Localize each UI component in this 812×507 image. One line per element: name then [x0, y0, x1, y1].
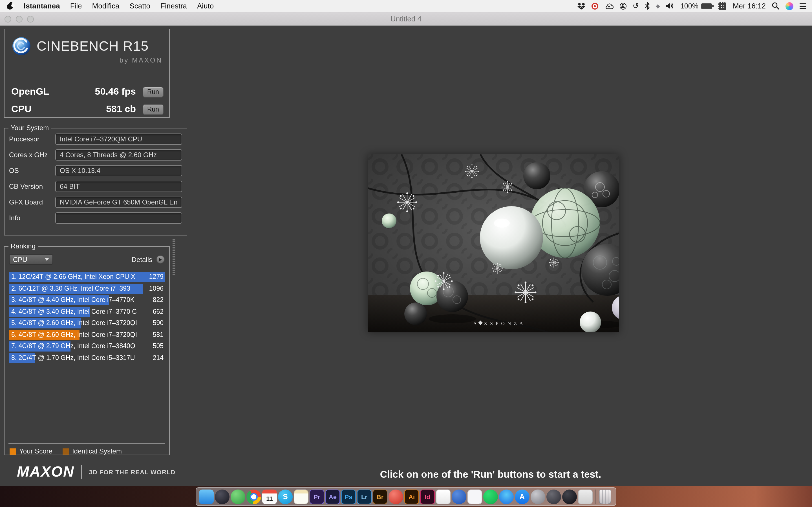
- ranking-row[interactable]: 1. 12C/24T @ 2.66 GHz, Intel Xeon CPU X …: [9, 272, 165, 282]
- pane-splitter-handle[interactable]: [172, 239, 175, 275]
- dock-calendar-icon[interactable]: 11: [262, 489, 277, 504]
- system-field-value[interactable]: Intel Core i7–3720QM CPU: [55, 133, 182, 145]
- battery-percent: 100%: [680, 2, 698, 10]
- dock-after-effects-icon[interactable]: Ae: [325, 489, 340, 504]
- diamond-icon[interactable]: ◆: [656, 1, 660, 10]
- ranking-score: 505: [153, 342, 163, 349]
- bench-opengl: OpenGL 50.46 fps Run: [11, 86, 163, 98]
- cinebench-logo: CINEBENCH R15: [11, 36, 149, 56]
- dock-app-gray-icon[interactable]: [578, 489, 593, 504]
- menu-modifica[interactable]: Modifica: [92, 2, 119, 10]
- dropbox-icon[interactable]: [577, 1, 585, 10]
- battery-icon: [701, 3, 712, 9]
- dock-chrome-icon[interactable]: [246, 489, 261, 504]
- dock-illustrator-icon[interactable]: Ai: [404, 489, 419, 504]
- user-icon[interactable]: [620, 3, 626, 9]
- ranking-label: 6. 4C/8T @ 2.60 GHz, Intel Core i7–3720Q…: [11, 331, 137, 338]
- volume-icon[interactable]: [666, 1, 674, 10]
- cloud-upload-icon[interactable]: [605, 1, 613, 10]
- ranking-label: 3. 4C/8T @ 4.40 GHz, Intel Core i7–4770K: [11, 296, 135, 303]
- footer-divider: [81, 465, 82, 478]
- dock-app-dark-icon[interactable]: [215, 489, 230, 504]
- system-field-row: Processor Intel Core i7–3720QM CPU: [9, 133, 182, 145]
- ranking-label: 8. 2C/4T @ 1.70 GHz, Intel Core i5–3317U: [11, 354, 135, 361]
- ranking-row[interactable]: 8. 2C/4T @ 1.70 GHz, Intel Core i5–3317U…: [9, 353, 165, 363]
- system-field-value[interactable]: NVIDIA GeForce GT 650M OpenGL En: [55, 196, 182, 208]
- details-button[interactable]: [156, 255, 165, 264]
- battery-indicator[interactable]: 100%: [680, 2, 712, 10]
- dock-app-black-icon[interactable]: [562, 489, 577, 504]
- app-title: CINEBENCH R15: [37, 38, 149, 54]
- ranking-label: 2. 6C/12T @ 3.30 GHz, Intel Core i7–393: [11, 285, 130, 291]
- system-field-label: OS: [9, 167, 55, 175]
- dock-trash-icon[interactable]: [599, 489, 611, 504]
- ranking-row[interactable]: 5. 4C/8T @ 2.60 GHz, Intel Core i7–3720Q…: [9, 318, 165, 328]
- dock-safari-icon[interactable]: [499, 489, 514, 504]
- ranking-row[interactable]: 4. 4C/8T @ 3.40 GHz, Intel Core i7–3770 …: [9, 307, 165, 317]
- apple-menu-icon[interactable]: [7, 2, 13, 10]
- notification-center-icon[interactable]: [800, 3, 806, 9]
- system-field-row: GFX Board NVIDIA GeForce GT 650M OpenGL …: [9, 196, 182, 208]
- bench-cpu: CPU 581 cb Run: [11, 103, 163, 115]
- ranking-row[interactable]: 3. 4C/8T @ 4.40 GHz, Intel Core i7–4770K…: [9, 295, 165, 305]
- menu-file[interactable]: File: [70, 2, 82, 10]
- record-icon[interactable]: [592, 3, 598, 9]
- menu-clock[interactable]: Mer 16:12: [733, 2, 766, 10]
- maxon-tagline: 3D FOR THE REAL WORLD: [89, 468, 175, 475]
- menu-finestra[interactable]: Finestra: [160, 2, 187, 10]
- input-source-icon[interactable]: [719, 2, 726, 10]
- search-icon[interactable]: [772, 1, 779, 10]
- dock-app-dark-2-icon[interactable]: [546, 489, 561, 504]
- dock-textedit-icon[interactable]: [436, 489, 451, 504]
- dock-app-blue-icon[interactable]: [452, 489, 466, 504]
- ranking-score: 1096: [149, 285, 163, 291]
- siri-icon[interactable]: [785, 2, 794, 10]
- dock-spotify-icon[interactable]: [483, 489, 498, 504]
- render-watermark: A I X S P O N Z A: [473, 321, 524, 326]
- dock-skype-icon[interactable]: S: [278, 489, 293, 504]
- ranking-score: 214: [153, 354, 163, 361]
- ranking-label: 1. 12C/24T @ 2.66 GHz, Intel Xeon CPU X: [11, 273, 135, 280]
- system-field-value[interactable]: OS X 10.13.4: [55, 165, 182, 176]
- run-button-opengl[interactable]: Run: [143, 87, 163, 97]
- dock-notes-icon[interactable]: [294, 489, 308, 504]
- bluetooth-icon[interactable]: [645, 1, 650, 10]
- details-label: Details: [132, 256, 152, 263]
- ranking-row[interactable]: 6. 4C/8T @ 2.60 GHz, Intel Core i7–3720Q…: [9, 330, 165, 340]
- system-field-label: Processor: [9, 135, 55, 143]
- window-titlebar[interactable]: Untitled 4: [0, 12, 812, 26]
- ranking-label: 5. 4C/8T @ 2.60 GHz, Intel Core i7–3720Q…: [11, 320, 137, 326]
- cinebench-window: CINEBENCH R15 by MAXON OpenGL 50.46 fps …: [0, 26, 812, 486]
- dock-app-green-icon[interactable]: [231, 489, 245, 504]
- dock-finder-icon[interactable]: [199, 489, 214, 504]
- dock-photoshop-icon[interactable]: Ps: [341, 489, 356, 504]
- system-field-value[interactable]: [55, 212, 182, 224]
- dock-books-icon[interactable]: [467, 489, 482, 504]
- menu-aiuto[interactable]: Aiuto: [197, 2, 214, 10]
- dock-premiere-icon[interactable]: Pr: [310, 489, 324, 504]
- time-machine-icon[interactable]: ↺: [633, 1, 639, 10]
- dock-system-preferences-icon[interactable]: [530, 489, 545, 504]
- chevron-down-icon: [45, 258, 49, 261]
- ranking-row[interactable]: 7. 4C/8T @ 2.79 GHz, Intel Core i7–3840Q…: [9, 341, 165, 351]
- dock-bridge-icon[interactable]: Br: [373, 489, 388, 504]
- dock-app-red-icon[interactable]: [389, 489, 403, 504]
- app-menu[interactable]: Istantanea: [24, 2, 60, 10]
- ranking-filter-dropdown[interactable]: CPU: [9, 254, 53, 265]
- legend-swatch: [63, 448, 69, 454]
- system-field-row: CB Version 64 BIT: [9, 181, 182, 192]
- run-hint-text: Click on one of the 'Run' buttons to sta…: [169, 469, 812, 481]
- dock-indesign-icon[interactable]: Id: [420, 489, 435, 504]
- dock-separator: [596, 489, 596, 504]
- system-field-row: Cores x GHz 4 Cores, 8 Threads @ 2.60 GH…: [9, 149, 182, 161]
- system-field-value[interactable]: 4 Cores, 8 Threads @ 2.60 GHz: [55, 149, 182, 161]
- cinebench-sphere-icon: [11, 36, 32, 56]
- system-field-label: CB Version: [9, 182, 55, 190]
- menu-scatto[interactable]: Scatto: [130, 2, 150, 10]
- menu-bar: Istantanea FileModificaScattoFinestraAiu…: [0, 0, 812, 12]
- dock-lightroom-icon[interactable]: Lr: [357, 489, 371, 504]
- ranking-row[interactable]: 2. 6C/12T @ 3.30 GHz, Intel Core i7–393 …: [9, 284, 165, 294]
- dock-app-store-icon[interactable]: A: [515, 489, 529, 504]
- system-field-value[interactable]: 64 BIT: [55, 181, 182, 192]
- run-button-cpu[interactable]: Run: [143, 104, 163, 115]
